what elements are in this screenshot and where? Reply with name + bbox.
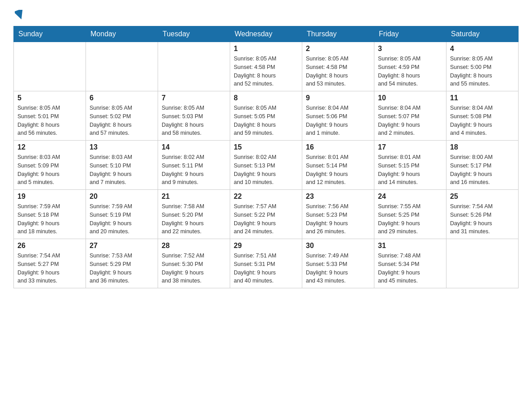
calendar-cell: 29Sunrise: 7:51 AM Sunset: 5:31 PM Dayli… <box>230 239 302 288</box>
day-number: 19 <box>17 193 82 201</box>
day-info: Sunrise: 7:52 AM Sunset: 5:30 PM Dayligh… <box>162 252 226 285</box>
calendar-cell <box>14 42 86 91</box>
day-number: 17 <box>378 143 442 151</box>
day-number: 5 <box>17 94 82 102</box>
calendar-cell: 7Sunrise: 8:05 AM Sunset: 5:03 PM Daylig… <box>158 91 230 141</box>
day-number: 12 <box>17 143 82 151</box>
day-info: Sunrise: 7:55 AM Sunset: 5:25 PM Dayligh… <box>378 202 442 236</box>
day-info: Sunrise: 7:59 AM Sunset: 5:19 PM Dayligh… <box>90 202 154 236</box>
day-number: 24 <box>378 193 442 201</box>
day-info: Sunrise: 8:05 AM Sunset: 5:01 PM Dayligh… <box>17 104 82 137</box>
day-info: Sunrise: 8:05 AM Sunset: 4:59 PM Dayligh… <box>378 55 442 88</box>
calendar-cell: 14Sunrise: 8:02 AM Sunset: 5:11 PM Dayli… <box>158 141 230 190</box>
day-info: Sunrise: 7:48 AM Sunset: 5:34 PM Dayligh… <box>378 252 442 285</box>
day-info: Sunrise: 7:59 AM Sunset: 5:18 PM Dayligh… <box>17 202 82 236</box>
day-number: 20 <box>90 193 154 201</box>
calendar-cell: 8Sunrise: 8:05 AM Sunset: 5:05 PM Daylig… <box>230 91 302 141</box>
week-row-1: 1Sunrise: 8:05 AM Sunset: 4:58 PM Daylig… <box>14 42 519 91</box>
day-info: Sunrise: 7:53 AM Sunset: 5:29 PM Dayligh… <box>90 252 154 285</box>
day-info: Sunrise: 8:05 AM Sunset: 5:00 PM Dayligh… <box>450 55 515 88</box>
day-info: Sunrise: 8:05 AM Sunset: 5:03 PM Dayligh… <box>162 104 226 137</box>
day-number: 7 <box>162 94 226 102</box>
logo-triangle-icon <box>15 10 25 20</box>
day-number: 30 <box>306 242 370 250</box>
day-info: Sunrise: 8:01 AM Sunset: 5:14 PM Dayligh… <box>306 153 370 187</box>
calendar-cell: 15Sunrise: 8:02 AM Sunset: 5:13 PM Dayli… <box>230 141 302 190</box>
calendar-cell: 20Sunrise: 7:59 AM Sunset: 5:19 PM Dayli… <box>86 190 158 239</box>
weekday-header-thursday: Thursday <box>302 26 374 42</box>
calendar-table: SundayMondayTuesdayWednesdayThursdayFrid… <box>13 26 519 288</box>
day-info: Sunrise: 7:49 AM Sunset: 5:33 PM Dayligh… <box>306 252 370 285</box>
day-info: Sunrise: 8:04 AM Sunset: 5:07 PM Dayligh… <box>378 104 442 137</box>
calendar-cell: 9Sunrise: 8:04 AM Sunset: 5:06 PM Daylig… <box>302 91 374 141</box>
day-number: 29 <box>234 242 298 250</box>
day-number: 6 <box>90 94 154 102</box>
weekday-header-monday: Monday <box>86 26 158 42</box>
day-number: 14 <box>162 143 226 151</box>
day-info: Sunrise: 7:51 AM Sunset: 5:31 PM Dayligh… <box>234 252 298 285</box>
day-number: 16 <box>306 143 370 151</box>
day-number: 10 <box>378 94 442 102</box>
day-number: 2 <box>306 45 370 53</box>
week-row-4: 19Sunrise: 7:59 AM Sunset: 5:18 PM Dayli… <box>14 190 519 239</box>
day-number: 1 <box>234 45 298 53</box>
calendar-cell <box>158 42 230 91</box>
calendar-cell: 31Sunrise: 7:48 AM Sunset: 5:34 PM Dayli… <box>374 239 446 288</box>
calendar-cell: 11Sunrise: 8:04 AM Sunset: 5:08 PM Dayli… <box>446 91 519 141</box>
page-header <box>13 9 519 21</box>
calendar-cell: 6Sunrise: 8:05 AM Sunset: 5:02 PM Daylig… <box>86 91 158 141</box>
calendar-cell: 17Sunrise: 8:01 AM Sunset: 5:15 PM Dayli… <box>374 141 446 190</box>
day-number: 27 <box>90 242 154 250</box>
weekday-header-sunday: Sunday <box>14 26 86 42</box>
day-number: 25 <box>450 193 515 201</box>
calendar-cell: 4Sunrise: 8:05 AM Sunset: 5:00 PM Daylig… <box>446 42 519 91</box>
calendar-cell: 18Sunrise: 8:00 AM Sunset: 5:17 PM Dayli… <box>446 141 519 190</box>
week-row-3: 12Sunrise: 8:03 AM Sunset: 5:09 PM Dayli… <box>14 141 519 190</box>
calendar-cell: 24Sunrise: 7:55 AM Sunset: 5:25 PM Dayli… <box>374 190 446 239</box>
day-info: Sunrise: 8:02 AM Sunset: 5:13 PM Dayligh… <box>234 153 298 187</box>
calendar-cell: 23Sunrise: 7:56 AM Sunset: 5:23 PM Dayli… <box>302 190 374 239</box>
day-number: 11 <box>450 94 515 102</box>
day-number: 21 <box>162 193 226 201</box>
week-row-2: 5Sunrise: 8:05 AM Sunset: 5:01 PM Daylig… <box>14 91 519 141</box>
day-info: Sunrise: 8:05 AM Sunset: 4:58 PM Dayligh… <box>306 55 370 88</box>
day-info: Sunrise: 7:54 AM Sunset: 5:26 PM Dayligh… <box>450 202 515 236</box>
day-info: Sunrise: 8:05 AM Sunset: 5:05 PM Dayligh… <box>234 104 298 137</box>
weekday-header-tuesday: Tuesday <box>158 26 230 42</box>
calendar-cell: 30Sunrise: 7:49 AM Sunset: 5:33 PM Dayli… <box>302 239 374 288</box>
calendar-cell: 12Sunrise: 8:03 AM Sunset: 5:09 PM Dayli… <box>14 141 86 190</box>
day-info: Sunrise: 7:58 AM Sunset: 5:20 PM Dayligh… <box>162 202 226 236</box>
calendar-cell <box>86 42 158 91</box>
calendar-cell: 13Sunrise: 8:03 AM Sunset: 5:10 PM Dayli… <box>86 141 158 190</box>
calendar-cell: 19Sunrise: 7:59 AM Sunset: 5:18 PM Dayli… <box>14 190 86 239</box>
day-number: 31 <box>378 242 442 250</box>
calendar-cell: 10Sunrise: 8:04 AM Sunset: 5:07 PM Dayli… <box>374 91 446 141</box>
day-number: 23 <box>306 193 370 201</box>
day-number: 4 <box>450 45 515 53</box>
weekday-header-wednesday: Wednesday <box>230 26 302 42</box>
weekday-header-friday: Friday <box>374 26 446 42</box>
calendar-cell: 26Sunrise: 7:54 AM Sunset: 5:27 PM Dayli… <box>14 239 86 288</box>
week-row-5: 26Sunrise: 7:54 AM Sunset: 5:27 PM Dayli… <box>14 239 519 288</box>
svg-marker-0 <box>15 10 25 20</box>
day-info: Sunrise: 7:54 AM Sunset: 5:27 PM Dayligh… <box>17 252 82 285</box>
calendar-cell: 5Sunrise: 8:05 AM Sunset: 5:01 PM Daylig… <box>14 91 86 141</box>
calendar-cell: 25Sunrise: 7:54 AM Sunset: 5:26 PM Dayli… <box>446 190 519 239</box>
day-info: Sunrise: 8:01 AM Sunset: 5:15 PM Dayligh… <box>378 153 442 187</box>
day-info: Sunrise: 7:56 AM Sunset: 5:23 PM Dayligh… <box>306 202 370 236</box>
calendar-cell: 3Sunrise: 8:05 AM Sunset: 4:59 PM Daylig… <box>374 42 446 91</box>
logo <box>13 9 25 21</box>
day-number: 9 <box>306 94 370 102</box>
calendar-cell: 21Sunrise: 7:58 AM Sunset: 5:20 PM Dayli… <box>158 190 230 239</box>
calendar-cell: 22Sunrise: 7:57 AM Sunset: 5:22 PM Dayli… <box>230 190 302 239</box>
calendar-cell: 28Sunrise: 7:52 AM Sunset: 5:30 PM Dayli… <box>158 239 230 288</box>
day-info: Sunrise: 8:00 AM Sunset: 5:17 PM Dayligh… <box>450 153 515 187</box>
calendar-cell: 16Sunrise: 8:01 AM Sunset: 5:14 PM Dayli… <box>302 141 374 190</box>
day-info: Sunrise: 7:57 AM Sunset: 5:22 PM Dayligh… <box>234 202 298 236</box>
day-number: 22 <box>234 193 298 201</box>
weekday-header-row: SundayMondayTuesdayWednesdayThursdayFrid… <box>14 26 519 42</box>
day-number: 15 <box>234 143 298 151</box>
day-number: 28 <box>162 242 226 250</box>
day-info: Sunrise: 8:05 AM Sunset: 5:02 PM Dayligh… <box>90 104 154 137</box>
day-info: Sunrise: 8:03 AM Sunset: 5:09 PM Dayligh… <box>17 153 82 187</box>
